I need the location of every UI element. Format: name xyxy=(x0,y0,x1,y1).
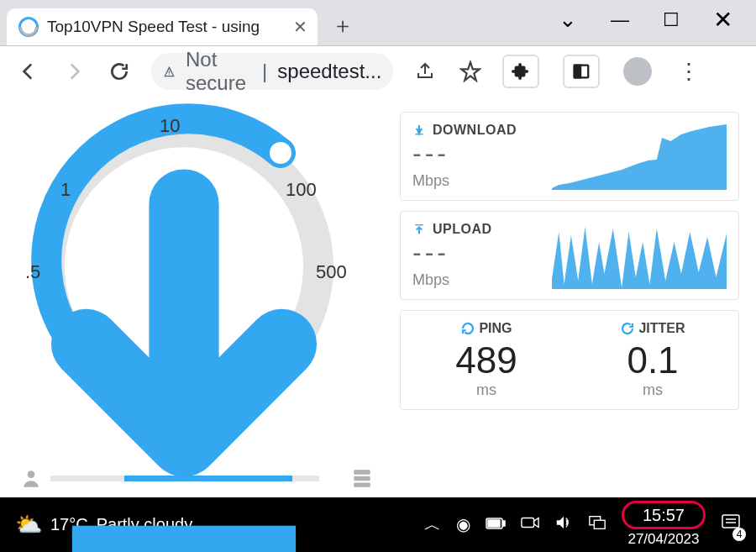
site-favicon-icon xyxy=(18,17,39,37)
forward-button[interactable] xyxy=(60,58,87,85)
upload-sparkline xyxy=(552,222,727,289)
ping-icon xyxy=(460,321,475,336)
svg-rect-7 xyxy=(354,482,370,486)
ping-cell: PING 489 ms xyxy=(407,321,565,399)
svg-rect-15 xyxy=(594,520,605,528)
svg-rect-8 xyxy=(415,134,423,134)
ping-unit: ms xyxy=(407,381,565,399)
download-icon xyxy=(412,124,426,137)
bookmark-icon[interactable] xyxy=(457,58,484,85)
download-unit: Mbps xyxy=(412,172,538,190)
tray-sync-icon[interactable]: ◉ xyxy=(456,514,470,534)
tray-network-icon[interactable] xyxy=(588,514,606,535)
notification-button[interactable]: 4 xyxy=(721,513,741,536)
svg-rect-1 xyxy=(575,66,580,78)
jitter-icon xyxy=(620,321,635,336)
svg-rect-5 xyxy=(354,470,370,474)
not-secure-icon xyxy=(163,62,176,81)
jitter-label: JITTER xyxy=(638,321,685,336)
server-icon[interactable] xyxy=(351,467,373,489)
download-arrow-icon xyxy=(12,204,356,552)
taskbar-clock[interactable]: 15:57 27/04/2023 xyxy=(622,501,706,548)
upload-value: --- xyxy=(412,237,538,268)
browser-titlebar: Top10VPN Speed Test - using ✕ ＋ ⌄ — ☐ ✕ xyxy=(0,0,756,46)
jitter-unit: ms xyxy=(574,381,732,399)
download-sparkline xyxy=(552,123,727,190)
svg-rect-11 xyxy=(488,520,500,527)
close-window-icon[interactable]: ✕ xyxy=(713,6,732,34)
share-icon[interactable] xyxy=(412,58,438,85)
extensions-button[interactable] xyxy=(502,55,539,88)
tray-battery-icon[interactable] xyxy=(486,515,506,534)
user-server-bar xyxy=(20,467,373,489)
minimize-icon[interactable]: — xyxy=(611,9,629,31)
jitter-cell: JITTER 0.1 ms xyxy=(574,321,732,399)
clock-date: 27/04/2023 xyxy=(622,531,706,548)
ping-value: 489 xyxy=(407,339,565,381)
jitter-value: 0.1 xyxy=(574,339,732,381)
svg-point-2 xyxy=(269,141,292,165)
tray-camera-icon[interactable] xyxy=(521,515,539,534)
upload-label: UPLOAD xyxy=(433,222,492,237)
gauge-tick-2: 1 xyxy=(60,179,71,201)
tray-chevron-icon[interactable]: ︿ xyxy=(424,513,441,536)
user-icon[interactable] xyxy=(20,467,42,489)
upload-unit: Mbps xyxy=(412,271,538,289)
upload-icon xyxy=(412,223,426,236)
maximize-icon[interactable]: ☐ xyxy=(663,9,680,31)
menu-icon[interactable]: ⋮ xyxy=(675,58,702,85)
back-button[interactable] xyxy=(15,58,42,85)
svg-rect-6 xyxy=(354,476,370,481)
upload-card: UPLOAD --- Mbps xyxy=(400,211,739,300)
svg-rect-9 xyxy=(415,224,423,225)
svg-rect-3 xyxy=(72,526,296,552)
security-label: Not secure xyxy=(186,48,252,95)
download-value: --- xyxy=(412,138,538,169)
tray-volume-icon[interactable] xyxy=(554,514,573,535)
clock-time: 15:57 xyxy=(622,501,706,529)
new-tab-button[interactable]: ＋ xyxy=(326,8,360,42)
dropdown-icon[interactable]: ⌄ xyxy=(559,7,577,33)
address-bar[interactable]: Not secure | speedtest... xyxy=(151,53,393,90)
speed-gauge: 0 .5 1 10 100 500 1000+ 65.57 Mbps downl… xyxy=(12,112,356,389)
browser-tab[interactable]: Top10VPN Speed Test - using ✕ xyxy=(7,8,318,45)
page-content: 0 .5 1 10 100 500 1000+ 65.57 Mbps downl… xyxy=(0,97,756,497)
svg-rect-16 xyxy=(722,515,739,528)
ping-label: PING xyxy=(479,321,512,336)
download-card: DOWNLOAD --- Mbps xyxy=(400,112,739,201)
gauge-tick-4: 100 xyxy=(286,179,317,201)
url-text: speedtest... xyxy=(277,60,381,83)
close-tab-icon[interactable]: ✕ xyxy=(293,17,307,37)
svg-rect-12 xyxy=(503,521,505,526)
profile-avatar-icon[interactable] xyxy=(623,57,652,86)
gauge-tick-3: 10 xyxy=(160,115,180,137)
svg-rect-13 xyxy=(522,518,534,527)
refresh-button[interactable] xyxy=(106,58,133,85)
notification-badge: 4 xyxy=(732,528,746,541)
download-label: DOWNLOAD xyxy=(433,123,517,138)
sidepanel-button[interactable] xyxy=(563,55,600,88)
tab-title: Top10VPN Speed Test - using xyxy=(47,18,260,36)
browser-toolbar: Not secure | speedtest... ⋮ xyxy=(0,46,756,97)
svg-point-4 xyxy=(28,471,35,478)
